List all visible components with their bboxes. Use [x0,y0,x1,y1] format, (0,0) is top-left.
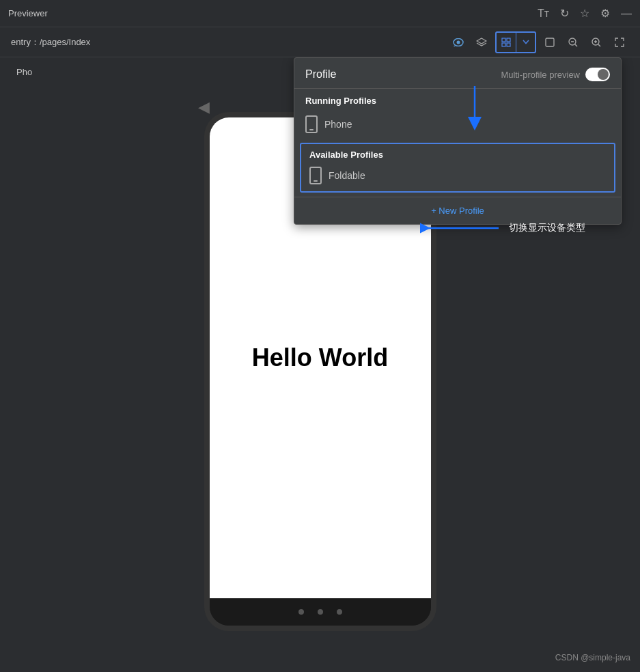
toolbar-right [449,31,629,53]
arrow-annotation-left-area: 切换显示设备类型 [420,218,585,238]
nav-home [318,609,323,615]
profile-dropdown: Profile Multi-profile preview Running Pr… [294,57,622,225]
minimize-icon[interactable]: — [621,8,632,20]
zoom-in-icon[interactable] [587,33,606,52]
nav-recent [337,609,342,615]
foldable-device-icon [309,167,322,184]
arrow-annotation-left [420,218,502,238]
nav-back [298,609,304,615]
svg-rect-4 [502,38,505,42]
dropdown-title: Profile [305,68,336,81]
layers-icon[interactable] [472,33,491,52]
multi-profile-area: Multi-profile preview [501,68,610,81]
zoom-out-icon[interactable] [564,33,583,52]
arrow-annotation-down [454,86,495,134]
eye-icon[interactable] [449,33,468,52]
profile-selector-group[interactable] [495,31,536,53]
grid-icon[interactable] [497,33,516,52]
watermark: CSDN @simple-java [555,653,630,662]
partial-phone-label: Pho [16,67,32,77]
available-profiles-label: Available Profiles [301,144,614,163]
chevron-down-icon[interactable] [516,33,535,52]
svg-line-11 [575,44,577,46]
expand-icon[interactable] [610,33,629,52]
title-bar-actions: Tт ↻ ☆ ⚙ — [538,7,632,20]
svg-line-2 [454,46,455,46]
phone-device-icon [305,115,318,133]
available-profiles-section: Available Profiles Foldable [300,143,615,193]
title-bar: Previewer Tт ↻ ☆ ⚙ — [0,0,640,27]
foldable-profile-label: Foldable [329,170,365,181]
dropdown-header: Profile Multi-profile preview [294,58,621,89]
main-content: Pho ◀ Hello World Profile Profile Multi-… [0,57,640,672]
svg-rect-5 [507,38,510,42]
phone-profile-label: Phone [324,119,352,130]
star-icon[interactable]: ☆ [580,7,589,20]
svg-rect-7 [507,43,510,46]
svg-marker-3 [477,38,486,44]
device-frame-icon[interactable] [540,33,559,52]
settings-icon[interactable]: ⚙ [600,7,610,20]
svg-rect-8 [546,38,554,46]
back-arrow-icon[interactable]: ◀ [198,98,210,116]
svg-rect-6 [502,43,505,46]
app-title: Previewer [8,8,48,18]
multi-profile-toggle[interactable] [585,68,610,81]
svg-point-1 [457,40,460,44]
hello-world-text: Hello World [252,344,388,372]
device-nav-bar [210,598,431,626]
foldable-profile-item[interactable]: Foldable [301,163,614,191]
multi-profile-label: Multi-profile preview [501,70,580,80]
annotation-chinese-text: 切换显示设备类型 [509,222,585,234]
font-size-icon[interactable]: Tт [538,8,549,20]
refresh-icon[interactable]: ↻ [560,7,569,20]
entry-path: entry：/pages/Index [11,36,443,48]
new-profile-button[interactable]: + New Profile [431,206,484,216]
svg-line-15 [598,44,600,46]
toolbar: entry：/pages/Index [0,27,640,57]
